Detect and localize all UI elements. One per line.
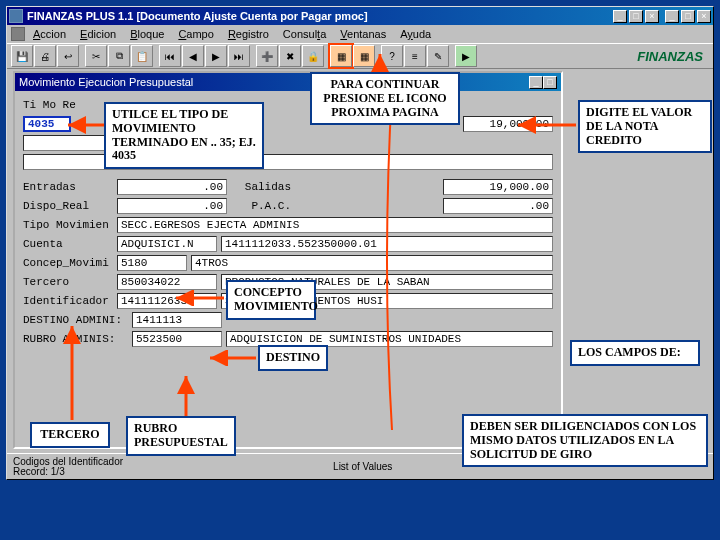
tool-last-icon[interactable]: ⏭ <box>228 45 250 67</box>
callout-campos: LOS CAMPOS DE: <box>570 340 700 366</box>
status-record: Record: 1/3 <box>13 467 123 477</box>
tool-edit-icon[interactable]: ✎ <box>427 45 449 67</box>
menu-bloque[interactable]: Bloque <box>124 27 170 41</box>
tool-help-icon[interactable]: ? <box>381 45 403 67</box>
callout-destino: DESTINO <box>258 345 328 371</box>
dispo-label: Dispo_Real <box>23 200 113 212</box>
tool-save-icon[interactable]: 💾 <box>11 45 33 67</box>
tool-copy-icon[interactable]: ⧉ <box>108 45 130 67</box>
blank-field-2[interactable] <box>23 154 553 170</box>
doc-titlebar: Movimiento Ejecucion Presupuestal _ □ <box>15 73 561 91</box>
tool-paste-icon[interactable]: 📋 <box>131 45 153 67</box>
document-window: Movimiento Ejecucion Presupuestal _ □ Ti… <box>13 71 563 449</box>
minimize-button[interactable]: _ <box>613 10 627 23</box>
callout-tercero: TERCERO <box>30 422 110 448</box>
salidas-field[interactable]: 19,000.00 <box>443 179 553 195</box>
tool-insert-icon[interactable]: ➕ <box>256 45 278 67</box>
header-labels: Ti Mo Re <box>23 99 76 111</box>
menu-edicion[interactable]: Edicion <box>74 27 122 41</box>
menu-consulta[interactable]: Consulta <box>277 27 332 41</box>
concep-field[interactable]: 5180 <box>117 255 187 271</box>
header-row: Ti Mo Re <box>23 95 553 114</box>
tool-next-icon[interactable]: ▶ <box>205 45 227 67</box>
menu-accion[interactable]: Accion <box>27 27 72 41</box>
identi-label: Identificador <box>23 295 113 307</box>
entradas-field[interactable]: .00 <box>117 179 227 195</box>
tool-cut-icon[interactable]: ✂ <box>85 45 107 67</box>
cuenta-code-field[interactable]: 1411112033.552350000.01 <box>221 236 553 252</box>
tool-run-icon[interactable]: ▶ <box>455 45 477 67</box>
doc-max-icon[interactable]: □ <box>543 76 557 89</box>
brand-logo: FINANZAS <box>637 49 709 64</box>
menu-ayuda[interactable]: Ayuda <box>394 27 437 41</box>
doc-minimize-button[interactable]: _ <box>665 10 679 23</box>
concep-label: Concep_Movimi <box>23 257 113 269</box>
system-menu-icon[interactable] <box>11 27 25 41</box>
tipomov-field[interactable]: SECC.EGRESOS EJECTA ADMINIS <box>117 217 553 233</box>
pac-field[interactable]: .00 <box>443 198 553 214</box>
destino-label: DESTINO ADMINI: <box>23 314 128 326</box>
entradas-label: Entradas <box>23 181 113 193</box>
status-left: Codigos del Identificador <box>13 457 123 467</box>
menubar: Accion Edicion Bloque Campo Registro Con… <box>7 25 713 43</box>
status-right: List of Values <box>333 461 392 472</box>
doc-close-button[interactable]: × <box>697 10 711 23</box>
maximize-button[interactable]: □ <box>629 10 643 23</box>
callout-continuar: PARA CONTINUAR PRESIONE EL ICONO PROXIMA… <box>310 72 460 125</box>
tool-print-icon[interactable]: 🖨 <box>34 45 56 67</box>
callout-diligenciados: DEBEN SER DILIGENCIADOS CON LOS MISMO DA… <box>462 414 708 467</box>
rubro-label: RUBRO ADMINIS: <box>23 333 128 345</box>
menu-ventanas[interactable]: Ventanas <box>334 27 392 41</box>
tool-prev-icon[interactable]: ◀ <box>182 45 204 67</box>
callout-valor: DIGITE EL VALOR DE LA NOTA CREDITO <box>578 100 712 153</box>
rubro-field[interactable]: 5523500 <box>132 331 222 347</box>
app-title: FINANZAS PLUS 1.1 [Documento Ajuste Cuen… <box>27 10 613 22</box>
app-icon <box>9 9 23 23</box>
concep-text-field[interactable]: 4TROS <box>191 255 553 271</box>
cuenta-label: Cuenta <box>23 238 113 250</box>
valor-field[interactable]: 19,000.00 <box>463 116 553 132</box>
tipo-mov-field[interactable]: 4035 <box>23 116 71 132</box>
menu-registro[interactable]: Registro <box>222 27 275 41</box>
tipomov-label: Tipo Movimien <box>23 219 113 231</box>
tool-next-page-icon[interactable]: ▦ <box>330 45 352 67</box>
close-button[interactable]: × <box>645 10 659 23</box>
tercero-field[interactable]: 850034022 <box>117 274 217 290</box>
tool-delete-icon[interactable]: ✖ <box>279 45 301 67</box>
callout-concepto: CONCEPTO MOVIMIENTO <box>226 280 316 320</box>
destino-field[interactable]: 1411113 <box>132 312 222 328</box>
doc-min-icon[interactable]: _ <box>529 76 543 89</box>
callout-tipo: UTILCE EL TIPO DE MOVIMIENTO TERMINADO E… <box>104 102 264 169</box>
titlebar: FINANZAS PLUS 1.1 [Documento Ajuste Cuen… <box>7 7 713 25</box>
toolbar: 💾 🖨 ↩ ✂ ⧉ 📋 ⏮ ◀ ▶ ⏭ ➕ ✖ 🔒 ▦ ▦ ? ≡ ✎ ▶ FI… <box>7 43 713 69</box>
salidas-label: Salidas <box>231 181 291 193</box>
tercero-label: Tercero <box>23 276 113 288</box>
cuenta-field[interactable]: ADQUISICI.N <box>117 236 217 252</box>
menu-campo[interactable]: Campo <box>172 27 219 41</box>
doc-maximize-button[interactable]: □ <box>681 10 695 23</box>
identi-field[interactable]: 1411112633 <box>117 293 217 309</box>
callout-rubro: RUBRO PRESUPUESTAL <box>126 416 236 456</box>
tool-lock-icon[interactable]: 🔒 <box>302 45 324 67</box>
tool-exit-icon[interactable]: ↩ <box>57 45 79 67</box>
tool-list-icon[interactable]: ≡ <box>404 45 426 67</box>
dispo-field[interactable]: .00 <box>117 198 227 214</box>
tool-first-icon[interactable]: ⏮ <box>159 45 181 67</box>
tool-prev-page-icon[interactable]: ▦ <box>353 45 375 67</box>
pac-label: P.A.C. <box>231 200 291 212</box>
